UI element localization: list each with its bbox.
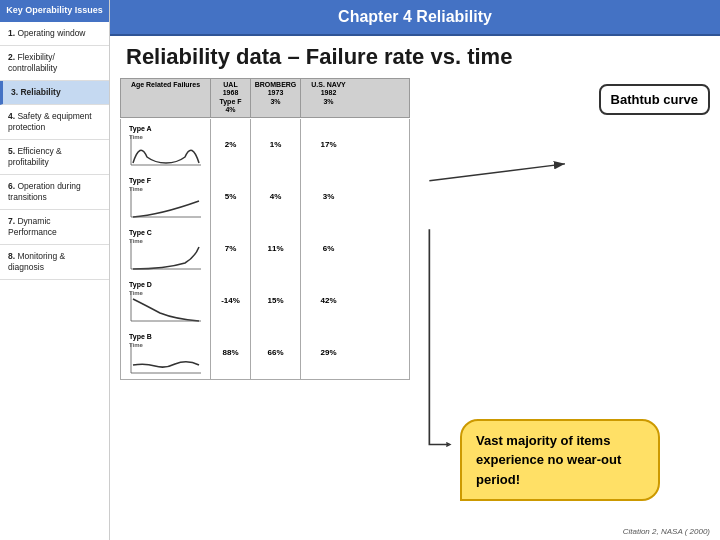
main-content: Chapter 4 Reliability Reliability data –… (110, 0, 720, 540)
curve-type-c: Type C Time (121, 223, 211, 275)
pct-d-ual: -14% (211, 275, 251, 327)
chapter-header: Chapter 4 Reliability (110, 0, 720, 36)
pct-b-navy: 29% (301, 327, 356, 379)
page-title: Reliability data – Failure rate vs. time (110, 36, 720, 74)
sidebar-item-operating-window[interactable]: 1. Operating window (0, 22, 109, 46)
svg-text:Type B: Type B (129, 333, 152, 341)
pct-f-bromberg: 4% (251, 171, 301, 223)
col-header-navy: U.S. NAVY19823% (301, 79, 356, 117)
sidebar-item-monitoring[interactable]: 8. Monitoring & diagnosis (0, 245, 109, 280)
pct-f-navy: 3% (301, 171, 356, 223)
sidebar-item-dynamic[interactable]: 7. Dynamic Performance (0, 210, 109, 245)
table-row-type-d: Type D Time -14% 15% 42% (120, 275, 410, 327)
curve-type-d: Type D Time (121, 275, 211, 327)
sidebar-item-reliability[interactable]: 3. Reliability (0, 81, 109, 105)
pct-b-ual: 88% (211, 327, 251, 379)
pct-a-bromberg: 1% (251, 119, 301, 171)
pct-d-bromberg: 15% (251, 275, 301, 327)
curve-type-f: Type F Time (121, 171, 211, 223)
col-header-ual: UAL1968Type F4% (211, 79, 251, 117)
pct-c-bromberg: 11% (251, 223, 301, 275)
content-area: Age Related Failures UAL1968Type F4% BRO… (110, 74, 720, 525)
svg-text:Type C: Type C (129, 229, 152, 237)
pct-b-bromberg: 66% (251, 327, 301, 379)
failure-diagram: Age Related Failures UAL1968Type F4% BRO… (120, 78, 410, 521)
table-row-type-b: Type B Time 88% 66% 29% (120, 327, 410, 380)
pct-a-ual: 2% (211, 119, 251, 171)
col-header-bromberg: BROMBERG19733% (251, 79, 301, 117)
pct-a-navy: 17% (301, 119, 356, 171)
curve-type-b: Type B Time (121, 327, 211, 379)
sidebar: Key Operability Issues 1. Operating wind… (0, 0, 110, 540)
annotations: Bathtub curve Vast majority of items exp… (420, 78, 710, 521)
table-row-type-f: Type F Time 5% 4% 3% (120, 171, 410, 223)
pct-c-navy: 6% (301, 223, 356, 275)
table-row-type-c: Type C Time 7% 11% 6% (120, 223, 410, 275)
majority-label: Vast majority of items experience no wea… (460, 419, 660, 502)
sidebar-item-efficiency[interactable]: 5. Efficiency & profitability (0, 140, 109, 175)
svg-text:Type A: Type A (129, 125, 152, 133)
bathtub-curve-label: Bathtub curve (599, 84, 710, 115)
pct-d-navy: 42% (301, 275, 356, 327)
table-row-type-a: Type A Time 2% 1% 17% (120, 119, 410, 171)
table-header: Age Related Failures UAL1968Type F4% BRO… (120, 78, 410, 118)
curve-type-a: Type A Time (121, 119, 211, 171)
sidebar-item-transitions[interactable]: 6. Operation during transitions (0, 175, 109, 210)
citation: Citation 2, NASA ( 2000) (110, 525, 720, 540)
col-header-type: Age Related Failures (121, 79, 211, 117)
svg-text:Type F: Type F (129, 177, 152, 185)
pct-f-ual: 5% (211, 171, 251, 223)
sidebar-title: Key Operability Issues (0, 0, 109, 22)
pct-c-ual: 7% (211, 223, 251, 275)
sidebar-item-safety[interactable]: 4. Safety & equipment protection (0, 105, 109, 140)
svg-text:Type D: Type D (129, 281, 152, 289)
sidebar-item-flexibility[interactable]: 2. Flexibility/ controllability (0, 46, 109, 81)
